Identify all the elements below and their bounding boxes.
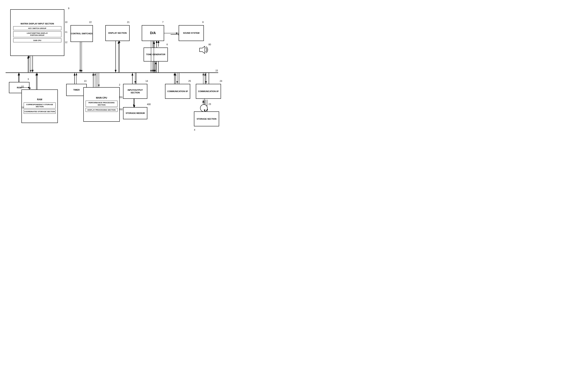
main-cpu-label: MAIN CPU (96, 97, 107, 99)
label-24: 24 (220, 80, 222, 82)
circle-23 (200, 104, 207, 112)
correspondency-box: CORRESPONDENCY STORAGE SECTION (24, 102, 56, 109)
svg-marker-18 (79, 70, 81, 72)
svg-marker-2 (32, 70, 34, 72)
svg-marker-82 (176, 32, 178, 34)
label-400: 400 (147, 103, 151, 106)
display-section-label: DISPLAY SECTION (108, 32, 127, 34)
svg-marker-78 (150, 70, 152, 72)
label-21: 21 (127, 21, 129, 24)
sub-cpu-box: SUB CPU (13, 38, 61, 42)
svg-marker-52 (202, 100, 204, 102)
comm-if-25-box: COMMUNICATION I/F (165, 84, 190, 99)
label-8: 8 (202, 21, 204, 24)
svg-marker-20 (115, 70, 117, 72)
da-box: D/A (142, 25, 164, 41)
svg-marker-60 (19, 73, 20, 75)
comm-if-24-label: COMMUNICATION I/F (198, 90, 219, 93)
label-6: 6 (167, 43, 168, 46)
svg-marker-90 (132, 73, 133, 75)
label-80: 80 (208, 43, 211, 46)
label-202: 202 (119, 108, 123, 111)
sound-system-label: SOUND SYSTEM (183, 32, 199, 34)
control-switches-label: CONTROL SWITCHES (71, 32, 92, 35)
sound-system-box: SOUND SYSTEM (179, 25, 204, 41)
light-emitting-box: LIGHT-EMITTING DISPLAYPORTION GROUP (13, 31, 61, 37)
input-output-box: INPUT/OUTPUT SECTION (123, 84, 147, 99)
label-4: 4 (194, 129, 195, 131)
timer-label: TIMER (73, 89, 80, 91)
label-51: 51 (22, 106, 24, 109)
ram-label: RAM (37, 98, 42, 101)
svg-marker-66 (76, 73, 77, 75)
label-10: 10 (65, 21, 67, 24)
svg-marker-88 (153, 42, 155, 44)
svg-marker-6 (18, 73, 20, 75)
storage-section-box: STORAGE SECTION (194, 111, 219, 126)
label-15: 15 (215, 69, 218, 72)
label-3: 3 (27, 78, 29, 80)
svg-marker-24 (152, 70, 154, 72)
speaker-icon (198, 45, 209, 55)
coordinates-box: COORDINATES STORAGE SECTION (24, 110, 56, 114)
svg-marker-94 (133, 105, 134, 107)
label-9: 9 (68, 7, 69, 10)
label-25: 25 (188, 80, 191, 82)
svg-marker-96 (174, 73, 175, 75)
rom-label: ROM (17, 86, 22, 89)
svg-marker-92 (134, 81, 136, 83)
svg-marker-80 (153, 41, 154, 44)
svg-marker-102 (205, 81, 207, 83)
svg-marker-36 (131, 73, 133, 75)
tone-generator-label: TONE GENERATOR (146, 53, 165, 56)
svg-marker-86 (155, 62, 156, 64)
label-11: 11 (65, 31, 67, 33)
label-7: 7 (162, 21, 164, 24)
da-label: D/A (150, 31, 156, 35)
svg-marker-98 (177, 81, 178, 83)
diagram: 9 MATRIX DISPLAY INPUT SECTION KEY SWITC… (0, 0, 224, 148)
svg-marker-46 (204, 73, 206, 75)
label-14: 14 (146, 80, 148, 82)
display-proc-box: DISPLAY PROCESSING SECTION (86, 108, 118, 112)
label-12: 12 (65, 41, 67, 44)
storage-section-label: STORAGE SECTION (197, 118, 216, 120)
control-switches-box: CONTROL SWITCHES (71, 25, 93, 42)
performance-box: PERFORMANCE PROCESSING SECTION (86, 101, 118, 107)
svg-marker-76 (118, 41, 119, 44)
svg-marker-70 (98, 85, 100, 87)
svg-marker-72 (81, 70, 82, 72)
svg-marker-42 (174, 73, 176, 75)
label-13: 13 (84, 80, 86, 82)
comm-if-24-box: COMMUNICATION I/F (196, 84, 221, 99)
svg-marker-30 (154, 70, 156, 72)
svg-marker-56 (30, 70, 31, 72)
label-201: 201 (119, 96, 123, 98)
svg-marker-54 (200, 46, 205, 53)
svg-marker-12 (74, 73, 76, 75)
svg-marker-14 (92, 73, 94, 75)
label-2: 2 (119, 83, 120, 86)
svg-marker-8 (35, 73, 37, 75)
display-section-box: DISPLAY SECTION (105, 25, 130, 41)
matrix-display-box: MATRIX DISPLAY INPUT SECTION KEY SWITCH … (10, 9, 64, 56)
svg-marker-58 (27, 56, 29, 58)
input-output-label: INPUT/OUTPUT SECTION (124, 89, 147, 94)
matrix-display-label: MATRIX DISPLAY INPUT SECTION (21, 22, 54, 25)
svg-marker-100 (203, 73, 204, 75)
tone-generator-box: TONE GENERATOR (144, 48, 168, 62)
comm-if-25-label: COMMUNICATION I/F (167, 90, 188, 93)
label-22: 22 (89, 21, 92, 24)
ram-box: RAM CORRESPONDENCY STORAGE SECTION COORD… (22, 89, 58, 123)
svg-marker-74 (115, 70, 116, 72)
storage-medium-label: STORAGE MEDIUM (126, 112, 145, 114)
main-cpu-box: MAIN CPU PERFORMANCE PROCESSING SECTION … (83, 87, 120, 122)
svg-marker-68 (94, 73, 96, 75)
label-23: 23 (208, 103, 211, 105)
storage-medium-box: STORAGE MEDIUM (123, 107, 147, 119)
key-switch-box: KEY SWITCH GROUP (13, 26, 61, 30)
svg-marker-84 (152, 70, 154, 72)
label-52: 52 (22, 85, 24, 88)
svg-marker-64 (37, 73, 38, 75)
